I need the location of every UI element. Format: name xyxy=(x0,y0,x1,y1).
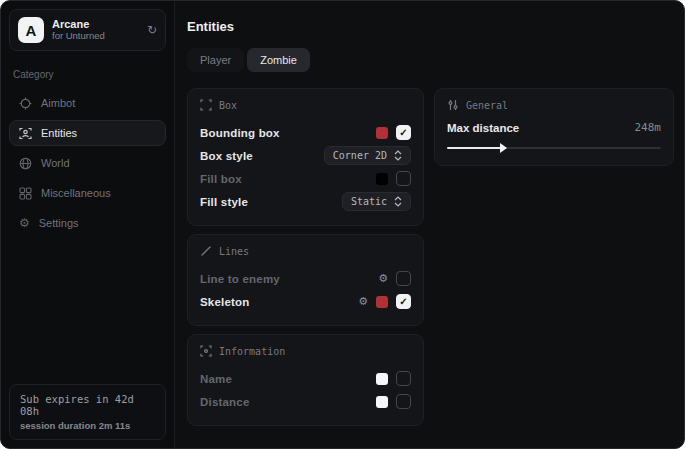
sidebar-item-world[interactable]: World xyxy=(9,150,166,176)
fill-style-row: Fill style Static xyxy=(200,190,411,213)
app-window: A Arcane for Unturned ↻ Category Aimbot … xyxy=(0,0,685,449)
sidebar-item-label: Aimbot xyxy=(41,97,75,109)
sidebar-item-entities[interactable]: Entities xyxy=(9,120,166,146)
line-to-enemy-checkbox[interactable] xyxy=(396,271,411,286)
name-color-swatch[interactable] xyxy=(376,373,388,385)
bounding-box-row: Bounding box xyxy=(200,121,411,144)
sync-icon[interactable]: ↻ xyxy=(147,24,157,36)
slider-fill xyxy=(447,147,501,149)
page-title: Entities xyxy=(187,19,674,34)
session-duration: session duration 2m 11s xyxy=(20,420,155,431)
box-style-row: Box style Corner 2D xyxy=(200,144,411,167)
skeleton-label: Skeleton xyxy=(200,296,250,308)
sidebar-item-miscellaneous[interactable]: Miscellaneous xyxy=(9,180,166,206)
unfold-icon xyxy=(394,150,402,161)
skeleton-settings-icon[interactable]: ⚙ xyxy=(358,296,368,307)
box-style-label: Box style xyxy=(200,150,253,162)
name-label: Name xyxy=(200,373,232,385)
tab-zombie[interactable]: Zombie xyxy=(247,48,310,72)
subscription-card: Sub expires in 42d 08h session duration … xyxy=(9,384,166,440)
box-section: Box Bounding box Box style Corner 2D xyxy=(187,88,424,226)
app-name: Arcane xyxy=(52,18,139,31)
fill-box-label: Fill box xyxy=(200,173,242,185)
name-checkbox[interactable] xyxy=(396,371,411,386)
information-section-title: Information xyxy=(219,346,285,357)
lines-section: Lines Line to enemy ⚙ Skeleton ⚙ xyxy=(187,234,424,326)
fill-style-dropdown[interactable]: Static xyxy=(342,192,411,211)
line-to-enemy-row: Line to enemy ⚙ xyxy=(200,267,411,290)
app-meta: Arcane for Unturned xyxy=(52,18,139,42)
main-content: Entities Player Zombie Box Bounding box xyxy=(175,1,685,448)
sidebar-item-label: Entities xyxy=(41,127,77,139)
sliders-icon xyxy=(447,99,459,111)
general-section-title: General xyxy=(466,100,508,111)
skeleton-color-swatch[interactable] xyxy=(376,296,388,308)
sidebar-item-label: Miscellaneous xyxy=(41,187,111,199)
max-distance-label: Max distance xyxy=(447,122,519,134)
person-scan-icon xyxy=(19,127,32,140)
distance-label: Distance xyxy=(200,396,250,408)
sidebar-item-label: World xyxy=(41,157,70,169)
line-to-enemy-settings-icon[interactable]: ⚙ xyxy=(378,273,388,284)
tab-player[interactable]: Player xyxy=(187,48,244,72)
distance-color-swatch[interactable] xyxy=(376,396,388,408)
fill-box-checkbox[interactable] xyxy=(396,171,411,186)
globe-icon xyxy=(19,157,32,170)
bounding-box-color-swatch[interactable] xyxy=(376,127,388,139)
information-section: Information Name Distance xyxy=(187,334,424,426)
distance-row: Distance xyxy=(200,390,411,413)
box-style-value: Corner 2D xyxy=(333,150,387,161)
category-label: Category xyxy=(13,69,166,80)
sidebar-nav: Aimbot Entities World Miscellaneous ⚙ Se… xyxy=(9,90,166,236)
sidebar: A Arcane for Unturned ↻ Category Aimbot … xyxy=(1,1,175,448)
app-subtitle: for Unturned xyxy=(52,31,139,42)
info-scan-icon xyxy=(200,345,212,357)
box-style-dropdown[interactable]: Corner 2D xyxy=(324,146,411,165)
line-icon xyxy=(200,245,212,257)
gear-icon: ⚙ xyxy=(19,217,30,229)
unfold-icon xyxy=(394,196,402,207)
bounding-box-label: Bounding box xyxy=(200,127,280,139)
subscription-expiry: Sub expires in 42d 08h xyxy=(20,393,155,417)
sidebar-item-settings[interactable]: ⚙ Settings xyxy=(9,210,166,236)
crosshair-icon xyxy=(19,97,32,110)
bounding-box-checkbox[interactable] xyxy=(396,125,411,140)
sidebar-item-aimbot[interactable]: Aimbot xyxy=(9,90,166,116)
box-section-title: Box xyxy=(219,100,237,111)
fill-style-label: Fill style xyxy=(200,196,248,208)
fill-style-value: Static xyxy=(351,196,387,207)
skeleton-row: Skeleton ⚙ xyxy=(200,290,411,313)
lines-section-title: Lines xyxy=(219,246,249,257)
general-section: General Max distance 248m xyxy=(434,88,674,166)
skeleton-checkbox[interactable] xyxy=(396,294,411,309)
fill-box-color-swatch[interactable] xyxy=(376,173,388,185)
box-corners-icon xyxy=(200,99,212,111)
app-header-card: A Arcane for Unturned ↻ xyxy=(9,9,166,51)
grid-icon xyxy=(19,187,32,200)
entity-tabs: Player Zombie xyxy=(187,48,674,72)
line-to-enemy-label: Line to enemy xyxy=(200,273,280,285)
distance-checkbox[interactable] xyxy=(396,394,411,409)
max-distance-value: 248m xyxy=(635,121,662,134)
app-logo: A xyxy=(18,17,44,43)
fill-box-row: Fill box xyxy=(200,167,411,190)
slider-thumb[interactable] xyxy=(500,143,507,153)
name-row: Name xyxy=(200,367,411,390)
sidebar-item-label: Settings xyxy=(39,217,79,229)
max-distance-slider[interactable] xyxy=(447,143,661,153)
